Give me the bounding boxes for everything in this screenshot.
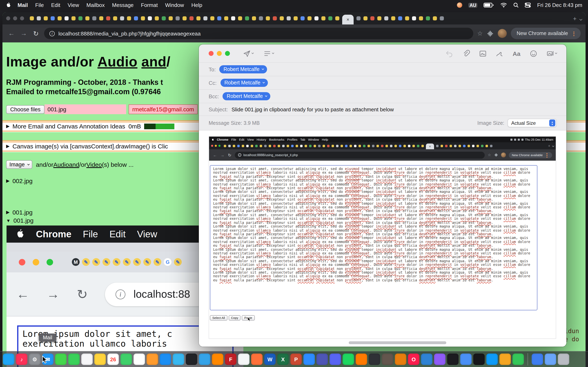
browser-tab[interactable] [381,145,383,147]
browser-tab[interactable] [224,145,226,147]
keynote-icon[interactable] [486,354,498,365]
browser-tab[interactable] [356,16,361,20]
browser-tab[interactable] [162,16,166,20]
browser-tab[interactable] [384,16,388,20]
browser-tab[interactable] [309,145,311,147]
sublime-icon[interactable] [212,354,223,365]
browser-tab[interactable] [377,16,381,20]
browser-tab[interactable] [445,145,448,147]
menu-item-edit[interactable]: Edit [109,229,126,239]
opera-icon[interactable]: O [408,354,419,365]
browser-tab[interactable] [242,145,244,147]
browser-tab[interactable] [71,16,76,20]
battery-icon[interactable] [484,2,494,8]
browser-tab[interactable] [217,16,221,20]
stocks-icon[interactable] [473,354,485,365]
browser-tab[interactable] [260,145,262,147]
close-window-button[interactable] [209,51,214,56]
browser-tab[interactable] [454,145,457,147]
browser-tab[interactable] [370,16,374,20]
browser-tab[interactable] [280,16,284,20]
new-tab-button[interactable]: + [573,15,577,22]
browser-tab[interactable] [44,16,48,20]
media-type-select[interactable]: Image [6,160,32,169]
menu-item-view[interactable]: View [68,2,79,8]
annotate-icon[interactable]: ✎ [103,258,110,266]
browser-tab[interactable] [65,16,69,20]
browser-tab[interactable] [372,145,374,147]
minimize-window-button[interactable] [217,51,222,56]
browser-tab[interactable] [421,145,424,147]
browser-tab[interactable] [300,145,303,147]
reload-icon[interactable]: ↻ [32,30,40,37]
and-link[interactable]: and [141,54,167,69]
browser-tab[interactable] [307,16,311,20]
control-center-icon[interactable] [525,2,531,8]
browser-tab[interactable] [332,145,334,147]
discord-icon[interactable] [329,354,341,365]
chrome-icon[interactable] [238,354,250,365]
menu-item-file[interactable]: File [35,2,44,8]
terminal-icon[interactable] [186,354,197,365]
browser-tab[interactable] [385,145,388,147]
disclosure-002-jpg[interactable]: ▶002.jpg [6,177,33,184]
bookmark-star-icon[interactable]: ☆ [477,30,483,37]
select-all-button[interactable]: Select All [210,315,227,320]
chrome-update-button[interactable]: New Chrome available ⋮ [511,28,581,39]
menu-item-chrome[interactable]: Chrome [217,138,228,141]
menu-item-edit[interactable]: Edit [239,138,244,141]
video-link[interactable]: Video [86,161,102,168]
menu-item-window[interactable]: Window [165,2,184,8]
browser-tab[interactable] [426,16,430,20]
close-window-button[interactable] [6,16,10,20]
browser-tab[interactable] [287,145,289,147]
photos-icon[interactable] [81,354,93,365]
browser-tab[interactable] [328,16,332,20]
browser-tab[interactable] [287,16,291,20]
browser-tab[interactable] [376,145,379,147]
menu-item-mailbox[interactable]: Mailbox [86,2,105,8]
browser-tab[interactable] [228,145,231,147]
email-address-field[interactable]: rmetcalfe15@gmail.com [129,104,198,114]
pages-icon[interactable] [499,354,511,365]
browser-tab[interactable] [472,145,475,147]
browser-tab[interactable] [485,145,488,147]
active-tab[interactable]: × [342,15,354,25]
browser-tab[interactable] [148,16,152,20]
browser-tab[interactable] [363,16,367,20]
browser-tab[interactable] [318,145,320,147]
menu-item-view[interactable]: View [247,138,254,141]
recipient-pill[interactable]: Robert Metcalfe [219,65,267,73]
file-name-field[interactable]: 001.jpg [45,104,126,114]
weather-icon[interactable] [460,354,472,365]
browser-tab[interactable] [433,16,437,20]
browser-tab[interactable] [176,16,180,20]
music-icon[interactable]: ♪ [16,354,27,365]
menu-app-name[interactable]: Mail [17,2,28,8]
signature-button[interactable] [496,50,504,57]
browser-tab[interactable] [359,145,361,147]
menu-item-help[interactable]: Help [191,2,202,8]
vscode-icon[interactable] [199,354,210,365]
send-button[interactable] [243,50,253,57]
browser-tab[interactable] [314,16,319,20]
and-link[interactable]: and [69,161,79,168]
browser-tab[interactable] [336,145,338,147]
browser-tab[interactable] [350,145,352,147]
browser-tab[interactable] [490,145,493,147]
browser-tab[interactable] [238,16,242,20]
calendar-icon[interactable]: 26 [107,354,119,365]
browser-tab[interactable] [463,145,466,147]
photo-browser-button[interactable] [546,50,557,57]
browser-tab[interactable] [476,145,479,147]
browser-tab[interactable] [398,16,402,20]
back-icon[interactable]: ← [7,30,16,37]
browser-tab[interactable] [113,16,117,20]
browser-tab[interactable] [412,16,416,20]
browser-tab[interactable] [296,145,298,147]
browser-tab[interactable] [294,16,298,20]
browser-tab[interactable] [92,16,96,20]
copy-button[interactable]: Copy [229,315,241,320]
messages-icon[interactable] [55,354,67,365]
books-icon[interactable] [147,354,158,365]
